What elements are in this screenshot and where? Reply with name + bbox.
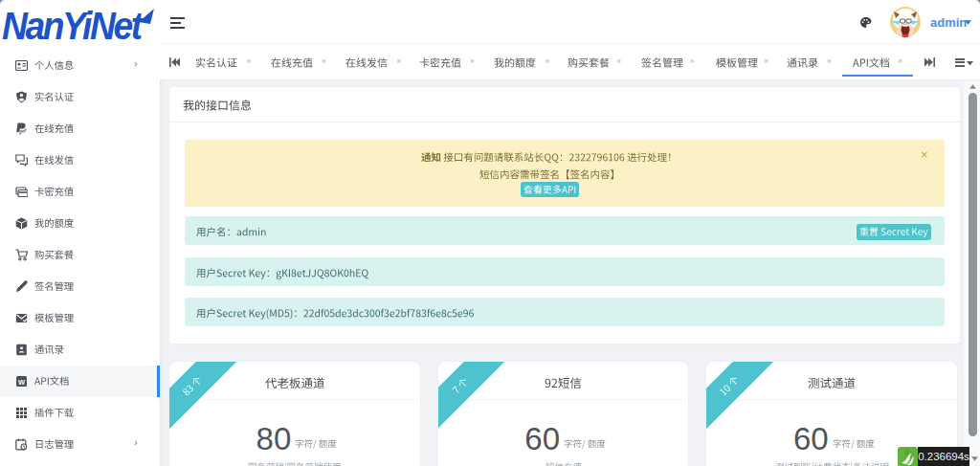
svg-text:W: W (17, 377, 25, 386)
